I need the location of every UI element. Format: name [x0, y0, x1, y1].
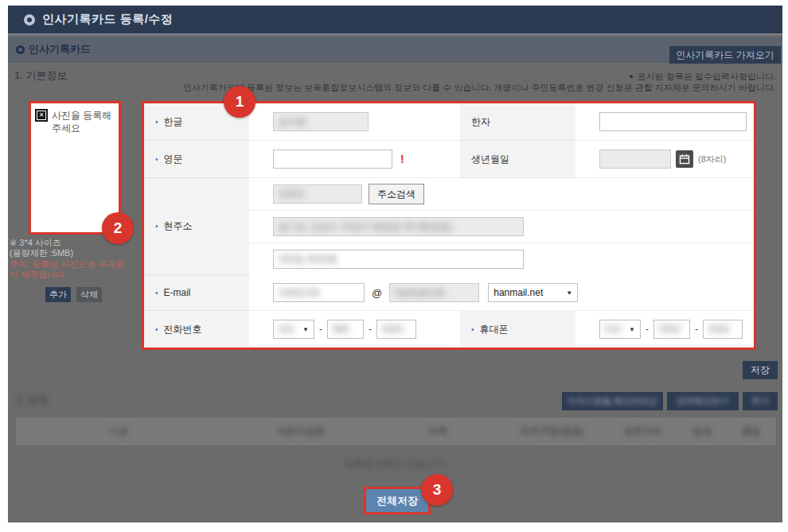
- step-badge-2: 2: [102, 212, 134, 244]
- step-badge-1: 1: [224, 86, 256, 118]
- page-title: 인사기록카드 등록/수정: [42, 12, 173, 27]
- phone-label: • 전화번호: [144, 311, 249, 348]
- email-provider-selected: hanmail.net: [493, 287, 543, 298]
- mobile-prefix-redacted: 010: [605, 324, 621, 335]
- phone-prefix-select[interactable]: 031 ▼: [273, 320, 314, 339]
- calendar-button[interactable]: [676, 150, 693, 168]
- career-col-header: 직책: [380, 425, 494, 438]
- dash-separator: -: [319, 324, 322, 335]
- mobile-prefix-select[interactable]: 010 ▼: [599, 320, 641, 339]
- photo-upload-box[interactable]: 사진을 등록해 주세요: [29, 101, 121, 235]
- page: 인사기록카드 등록/수정 인사기록카드 인사기록카드 가져오기 1. 기본정보 …: [0, 0, 788, 532]
- required-dot-icon: •: [155, 325, 158, 334]
- photo-size-line: ※ 3*4 사이즈: [10, 238, 73, 248]
- address-line1-field[interactable]: 경기도 고양시 덕양구 화정로 00 (화정동): [273, 217, 524, 236]
- career-action-button-1[interactable]: 자격사항을 확인하세요: [562, 392, 663, 410]
- basic-info-title: 1. 기본정보: [14, 68, 67, 83]
- mobile-mid-field[interactable]: 0000: [653, 320, 690, 339]
- career-section-title: 2. 경력: [16, 393, 48, 407]
- birth-date-hint: (8자리): [698, 153, 726, 165]
- mobile-label: • 휴대폰: [460, 311, 575, 348]
- zip-code-value-redacted: 10101: [279, 188, 305, 200]
- required-notice: ● 표시된 항목은 필수입력사항입니다.: [629, 71, 776, 83]
- career-action-label-1: 자격사항을 확인하세요: [568, 395, 657, 407]
- required-bullet-icon: ●: [629, 72, 633, 80]
- required-dot-icon: •: [155, 289, 158, 297]
- step-badge-3: 3: [421, 474, 453, 506]
- mobile-label-text: 휴대폰: [480, 323, 509, 336]
- address-label: • 현주소: [144, 178, 249, 275]
- required-dot-icon: •: [155, 155, 158, 164]
- photo-limit-line: (용량제한 :5MB): [10, 248, 73, 258]
- required-dot-icon: •: [155, 222, 158, 231]
- required-notice-text: 표시된 항목은 필수입력사항입니다.: [638, 72, 776, 81]
- calendar-icon: [679, 153, 690, 165]
- phone-mid-field[interactable]: 969: [327, 320, 364, 339]
- photo-warning-line1: 주의: 등록된 사진으로 자격증: [10, 259, 124, 270]
- career-col-header: 증빙: [727, 425, 776, 438]
- email-local-field[interactable]: child1234: [273, 283, 365, 302]
- chevron-down-icon: ▼: [302, 326, 309, 333]
- english-name-label-text: 영문: [164, 153, 183, 166]
- basic-info-form: • 한글 김어린 한자 • 영문: [142, 101, 756, 350]
- email-local-value-redacted: child1234: [279, 287, 319, 298]
- address-line1-value-redacted: 경기도 고양시 덕양구 화정로 00 (화정동): [279, 220, 452, 234]
- korean-name-field[interactable]: 김어린: [273, 112, 369, 131]
- photo-warning: 주의: 등록된 사진으로 자격증 이 제작됩니다.: [10, 259, 124, 280]
- phone-last-field[interactable]: 0000: [376, 320, 416, 339]
- email-label: • E-mail: [144, 275, 249, 311]
- section-title: 인사기록카드: [29, 42, 91, 56]
- dash-separator: -: [695, 324, 698, 335]
- form-row-phone-mobile: • 전화번호 031 ▼ - 969 - 0000: [144, 311, 754, 348]
- address-line2-field[interactable]: 000동 0000호: [273, 250, 524, 269]
- bullseye-icon: [24, 14, 35, 25]
- page-title-bar: 인사기록카드 등록/수정: [8, 6, 782, 35]
- email-domain-field[interactable]: hanmail.net: [389, 283, 479, 302]
- korean-name-label-text: 한글: [164, 115, 183, 129]
- form-row-email: • E-mail child1234 @ hanmail.net hanmail…: [144, 275, 754, 311]
- birth-date-field[interactable]: [599, 150, 671, 169]
- save-button[interactable]: 저장: [743, 361, 778, 379]
- info-notice: 인사기록카드에 등록된 정보는 보육통합정보시스템의 정보와 다를 수 있습니다…: [183, 82, 776, 94]
- address-line2-value-redacted: 000동 0000호: [279, 253, 337, 266]
- english-name-field[interactable]: [273, 150, 392, 169]
- hanja-field[interactable]: [599, 112, 747, 131]
- birth-date-label: 생년월일: [460, 141, 575, 178]
- phone-mid-redacted: 969: [333, 324, 349, 335]
- career-add-label: 추가: [751, 395, 769, 407]
- career-table-header: 기관 어린이집명 직책 자격구분(등급) 전문여부 승계 증빙: [16, 417, 776, 445]
- zip-code-field[interactable]: 10101: [273, 184, 362, 204]
- photo-placeholder: 사진을 등록해 주세요: [52, 109, 115, 134]
- broken-image-icon: [35, 109, 48, 122]
- photo-add-button[interactable]: 추가: [45, 287, 71, 302]
- form-row-english-birth: • 영문 ! 생년월일: [144, 141, 754, 178]
- english-error-mark: !: [400, 153, 404, 165]
- career-add-button[interactable]: 추가: [743, 392, 778, 410]
- career-col-header: 기관: [16, 425, 221, 438]
- dimmed-content-area: 인사기록카드 등록/수정 인사기록카드 인사기록카드 가져오기 1. 기본정보 …: [8, 6, 782, 522]
- section-bar: 인사기록카드: [8, 37, 782, 63]
- email-domain-value-redacted: hanmail.net: [395, 287, 444, 298]
- career-col-header: 승계: [677, 425, 727, 438]
- career-action-button-2[interactable]: 경력확인하기: [667, 392, 739, 410]
- email-at-symbol: @: [372, 287, 382, 299]
- mobile-mid-redacted: 0000: [659, 324, 681, 335]
- address-search-button[interactable]: 주소검색: [369, 184, 424, 204]
- required-dot-icon: •: [471, 325, 474, 334]
- photo-delete-button[interactable]: 삭제: [76, 287, 102, 302]
- dash-separator: -: [646, 324, 649, 335]
- dash-separator: -: [369, 324, 372, 335]
- photo-size-note: ※ 3*4 사이즈 (용량제한 :5MB): [10, 238, 73, 258]
- import-record-card-button[interactable]: 인사기록카드 가져오기: [669, 46, 781, 64]
- mobile-last-redacted: 0000: [708, 324, 730, 335]
- email-provider-select[interactable]: hanmail.net ▼: [488, 283, 578, 302]
- english-name-label: • 영문: [144, 141, 249, 178]
- mobile-last-field[interactable]: 0000: [703, 320, 743, 339]
- chevron-down-icon: ▼: [566, 289, 572, 297]
- hanja-label-text: 한자: [471, 115, 490, 129]
- required-dot-icon: •: [155, 118, 158, 126]
- birth-date-label-text: 생년월일: [471, 153, 509, 166]
- chevron-down-icon: ▼: [629, 326, 635, 333]
- circle-icon: [16, 45, 25, 54]
- form-row-address: • 현주소 10101 주소검색 경기도 고양시 덕양구 화정로 00 (화정동…: [144, 178, 754, 275]
